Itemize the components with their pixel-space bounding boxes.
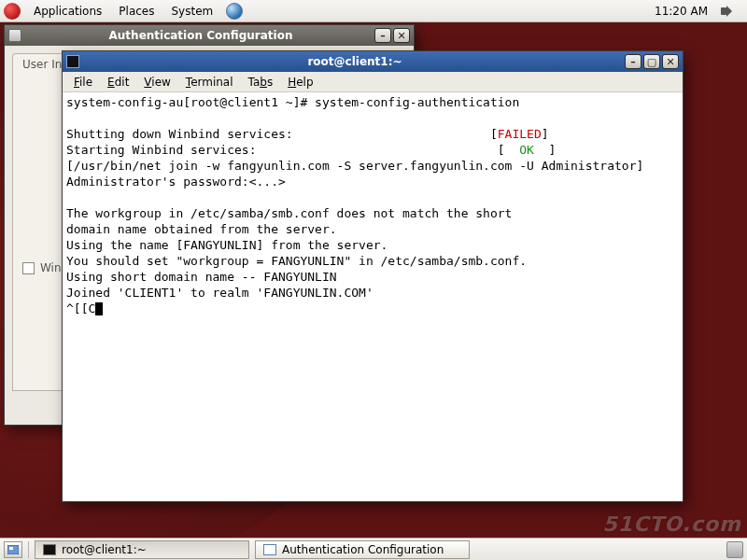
menu-view[interactable]: View <box>138 74 176 91</box>
task-terminal[interactable]: root@client1:~ <box>35 540 249 559</box>
term-line: Joined 'CLIENT1' to realm 'FANGYUNLIN.CO… <box>66 286 374 300</box>
close-button[interactable]: ✕ <box>393 28 410 43</box>
term-line: Administrator's password:<...> <box>66 175 286 189</box>
term-line: Using short domain name -- FANGYUNLIN <box>66 270 337 284</box>
system-menu[interactable]: System <box>163 3 220 20</box>
minimize-button[interactable]: – <box>625 54 641 69</box>
terminal-menubar: File Edit View Terminal Tabs Help <box>63 72 683 92</box>
close-button[interactable]: ✕ <box>662 54 679 69</box>
window-icon <box>263 544 276 555</box>
status-ok: OK <box>519 143 534 157</box>
term-line: Shutting down Winbind services: [ <box>66 127 498 141</box>
terminal-window: root@client1:~ – ▢ ✕ File Edit View Term… <box>62 50 684 502</box>
status-failed: FAILED <box>498 127 542 141</box>
terminal-icon <box>43 544 56 555</box>
terminal-title-icon <box>66 55 79 68</box>
watermark: 51CTO.com <box>603 512 741 536</box>
menu-edit[interactable]: Edit <box>102 74 134 91</box>
applications-menu[interactable]: Applications <box>26 3 109 20</box>
term-line: ] <box>542 127 549 141</box>
menu-help[interactable]: Help <box>282 74 318 91</box>
show-desktop-button[interactable] <box>4 541 22 558</box>
distro-logo-icon[interactable] <box>4 3 21 20</box>
term-line: The workgroup in /etc/samba/smb.conf doe… <box>66 206 512 220</box>
task-authconfig[interactable]: Authentication Configuration <box>255 540 470 559</box>
cursor <box>95 302 103 315</box>
task-label: root@client1:~ <box>62 543 147 556</box>
term-line: system-config-au[root@client1 ~]# system… <box>66 95 519 109</box>
term-line: Starting Winbind services: [ <box>66 143 519 157</box>
term-line: You should set "workgroup = FANGYUNLIN" … <box>66 254 527 268</box>
volume-icon[interactable] <box>721 5 738 18</box>
winbind-checkbox[interactable] <box>22 262 35 274</box>
browser-launcher-icon[interactable] <box>226 3 243 20</box>
terminal-title: root@client1:~ <box>85 55 625 68</box>
term-line: domain name obtained from the server. <box>66 222 337 236</box>
auth-config-titlebar[interactable]: Authentication Configuration – ✕ <box>5 25 414 46</box>
term-line: [/usr/bin/net join -w fangyunlin.com -S … <box>66 159 643 173</box>
term-line: ] <box>534 143 556 157</box>
bottom-panel: root@client1:~ Authentication Configurat… <box>0 538 747 560</box>
top-panel: Applications Places System 11:20 AM <box>0 0 747 22</box>
task-label: Authentication Configuration <box>282 543 444 556</box>
term-line: ^[[C <box>66 301 95 315</box>
menu-tabs[interactable]: Tabs <box>243 74 279 91</box>
terminal-titlebar[interactable]: root@client1:~ – ▢ ✕ <box>63 51 683 72</box>
maximize-button[interactable]: ▢ <box>643 54 660 69</box>
show-desktop-icon <box>7 545 19 554</box>
minimize-button[interactable]: – <box>374 28 391 43</box>
term-line: Using the name [FANGYUNLIN] from the ser… <box>66 238 388 252</box>
places-menu[interactable]: Places <box>111 3 162 20</box>
trash-icon[interactable] <box>726 541 743 558</box>
menu-terminal[interactable]: Terminal <box>180 74 239 91</box>
window-menu-icon[interactable] <box>8 29 21 42</box>
svg-rect-1 <box>9 547 13 550</box>
auth-config-title: Authentication Configuration <box>27 29 374 42</box>
terminal-output[interactable]: system-config-au[root@client1 ~]# system… <box>63 92 683 501</box>
clock[interactable]: 11:20 AM <box>649 5 713 18</box>
menu-file[interactable]: File <box>68 74 98 91</box>
